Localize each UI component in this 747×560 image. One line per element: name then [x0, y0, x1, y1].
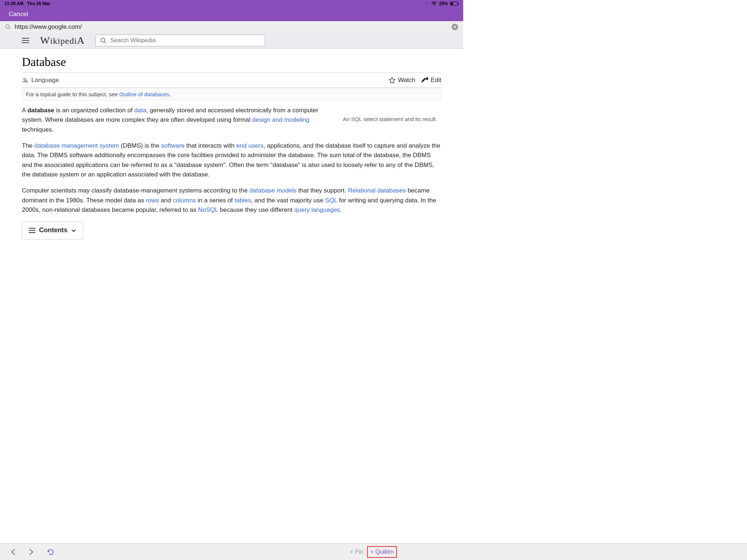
contents-ham-icon: [29, 228, 35, 233]
url-input[interactable]: [15, 23, 448, 31]
battery-icon: [450, 1, 459, 6]
svg-line-9: [9, 28, 11, 29]
app-header: Cancel: [0, 7, 463, 21]
svg-rect-16: [426, 78, 428, 80]
edit-button[interactable]: Edit: [421, 77, 441, 84]
watch-label: Watch: [398, 77, 415, 84]
hatnote: For a topical guide to this subject, see…: [22, 88, 441, 101]
paragraph-3: Computer scientists may classify databas…: [22, 186, 441, 215]
link-design-modeling[interactable]: design and modeling: [252, 116, 309, 123]
language-button[interactable]: 文A Language: [22, 77, 59, 84]
watch-button[interactable]: Watch: [388, 77, 415, 84]
svg-point-8: [6, 24, 9, 28]
link-rows[interactable]: rows: [146, 197, 159, 204]
link-database-models[interactable]: database models: [249, 187, 297, 194]
language-label: Language: [31, 77, 59, 84]
figure-caption: An SQL select statement and its result.: [343, 106, 441, 141]
page-title: Database: [22, 55, 441, 73]
clear-icon[interactable]: [452, 24, 458, 30]
url-bar: [0, 21, 463, 32]
wiki-header: WikipediA: [0, 32, 463, 49]
link-dbms[interactable]: database management system: [34, 142, 119, 149]
svg-text:A: A: [25, 79, 28, 83]
svg-point-4: [434, 5, 434, 5]
link-relational-databases[interactable]: Relational databases: [348, 187, 406, 194]
loading-icon: [425, 1, 429, 6]
hamburger-icon[interactable]: [22, 38, 29, 43]
wifi-icon: [431, 1, 437, 6]
wikipedia-logo[interactable]: WikipediA: [40, 35, 85, 46]
wiki-search-box[interactable]: [96, 35, 265, 46]
paragraph-2: The database management system (DBMS) is…: [22, 141, 441, 179]
edit-label: Edit: [431, 77, 441, 84]
link-tables[interactable]: tables: [235, 197, 251, 204]
link-software[interactable]: software: [161, 142, 185, 149]
cancel-button[interactable]: Cancel: [9, 11, 28, 18]
link-end-users[interactable]: end users: [236, 142, 264, 149]
hatnote-link[interactable]: Outline of databases: [119, 91, 170, 97]
contents-label: Contents: [39, 225, 67, 236]
link-nosql[interactable]: NoSQL: [198, 206, 218, 213]
search-icon: [100, 38, 107, 44]
status-bar: 11:39 AM Thu 26 Mar 25%: [0, 0, 463, 7]
status-date: Thu 26 Mar: [27, 1, 50, 6]
wiki-search-input[interactable]: [110, 37, 260, 44]
language-icon: 文A: [22, 77, 29, 84]
svg-line-13: [104, 42, 106, 43]
edit-lock-icon: [421, 77, 429, 84]
status-time: 11:39 AM: [4, 1, 23, 6]
link-columns[interactable]: columns: [173, 197, 196, 204]
contents-toggle[interactable]: Contents: [22, 221, 83, 240]
action-bar: 文A Language Watch Edit: [22, 77, 441, 88]
svg-point-12: [101, 38, 105, 42]
search-icon: [5, 24, 11, 30]
paragraph-1: A database is an organized collection of…: [22, 106, 336, 135]
content-area: Database 文A Language Watch Edit For a to…: [0, 49, 463, 240]
link-sql[interactable]: SQL: [325, 197, 337, 204]
battery-percent: 25%: [439, 1, 448, 6]
link-data[interactable]: data: [134, 107, 146, 114]
chevron-down-icon: [71, 228, 76, 233]
svg-rect-7: [458, 3, 459, 4]
link-query-languages[interactable]: query languages: [294, 206, 340, 213]
svg-rect-6: [451, 3, 453, 5]
star-icon: [388, 77, 396, 84]
article-body: A database is an organized collection of…: [22, 106, 441, 240]
